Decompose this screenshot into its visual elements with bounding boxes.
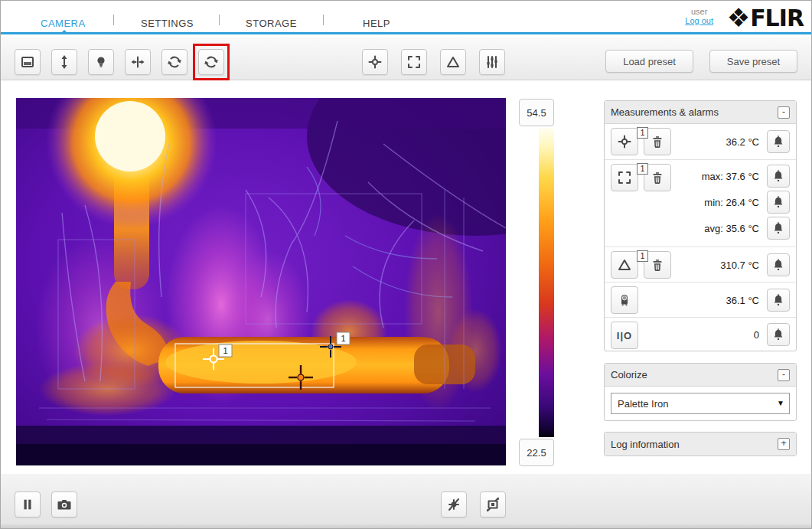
thermal-image: 1 1: [16, 98, 506, 465]
nav-separator: [113, 15, 114, 25]
delta-button[interactable]: [440, 49, 466, 75]
bell-icon: [771, 258, 785, 272]
pause-stream-button[interactable]: [15, 491, 41, 518]
log-panel-header: Log information +: [605, 433, 796, 456]
display-mode-icon: [20, 54, 35, 70]
move-vertical-button[interactable]: [51, 49, 77, 75]
area-box-button[interactable]: [401, 49, 427, 75]
scale-min-value[interactable]: 22.5: [519, 439, 554, 466]
measurements-panel-header: Measurements & alarms -: [605, 101, 796, 124]
box-marker-label: 1: [341, 334, 345, 343]
display-mode-button[interactable]: [15, 49, 41, 75]
lamp-icon: [93, 54, 109, 70]
nav-separator: [219, 15, 220, 25]
area-box-icon: [406, 54, 422, 70]
palette-scale-bar: [539, 128, 554, 437]
measurements-collapse-button[interactable]: -: [778, 106, 790, 119]
io-alarm-button[interactable]: [767, 323, 790, 346]
camera-temp-tool-button[interactable]: [611, 286, 638, 314]
flir-wordmark: FLIR: [750, 5, 804, 31]
move-vertical-icon: [57, 54, 72, 70]
area-box-icon: [617, 170, 632, 185]
chevron-down-icon: ▼: [777, 399, 784, 407]
rotate-cw-button[interactable]: [198, 49, 224, 75]
palette-select-value: Palette Iron: [618, 398, 669, 410]
io-tool-button[interactable]: I|O: [611, 322, 638, 349]
nav-tab-storage[interactable]: STORAGE: [246, 18, 297, 29]
spot-meter-icon: [617, 134, 632, 149]
colorize-panel-header: Colorize -: [605, 364, 796, 387]
box-avg-value: avg: 35.6 °C: [704, 223, 759, 234]
spot-meter-icon: [367, 54, 383, 70]
rotate-ccw-button[interactable]: [161, 49, 188, 75]
user-block: user Log out: [685, 7, 713, 25]
sliders-icon: [484, 54, 500, 70]
delta-alarm-button[interactable]: [767, 253, 790, 276]
split-horizontal-button[interactable]: [125, 49, 151, 75]
measurement-row-io: I|O 0: [605, 317, 796, 351]
lamp-button[interactable]: [88, 49, 114, 75]
measurement-row-spot: 1 36.2 °C: [605, 124, 796, 159]
rotate-cw-icon: [204, 54, 219, 70]
pause-icon: [21, 498, 34, 511]
box-min-value: min: 26.4 °C: [704, 197, 759, 208]
user-name: user: [685, 7, 713, 16]
split-horizontal-icon: [130, 54, 145, 70]
box-max-value: max: 37.6 °C: [702, 171, 759, 182]
snapshot-icon: [57, 497, 72, 512]
colorize-panel: Colorize - Palette Iron ▼: [604, 363, 797, 421]
bell-icon: [771, 293, 785, 307]
thermal-live-view[interactable]: 1 1: [16, 98, 506, 465]
box-max-alarm-button[interactable]: [767, 165, 790, 188]
spot-tool-button[interactable]: 1: [611, 128, 638, 155]
log-expand-button[interactable]: +: [778, 438, 790, 450]
colorize-collapse-button[interactable]: -: [778, 369, 790, 381]
box-tool-button[interactable]: 1: [611, 164, 638, 191]
delta-tool-button[interactable]: 1: [611, 251, 638, 279]
logout-link[interactable]: Log out: [685, 16, 713, 25]
nav-tab-settings[interactable]: SETTINGS: [141, 18, 194, 29]
hide-overlay-button[interactable]: [441, 491, 467, 518]
trash-icon: [651, 171, 664, 184]
bell-icon: [771, 328, 785, 341]
scale-max-value[interactable]: 54.5: [519, 99, 554, 126]
bell-icon: [771, 221, 785, 235]
nav-tab-help[interactable]: HELP: [363, 18, 390, 29]
toolbar: Load preset Save preset: [1, 37, 811, 80]
camera-temp-alarm-button[interactable]: [767, 289, 790, 312]
spot-temp-value: 36.2 °C: [726, 136, 759, 148]
delta-icon: [617, 257, 632, 273]
delta-temp-value: 310.7 °C: [720, 260, 759, 271]
bell-icon: [771, 135, 785, 149]
trash-icon: [651, 258, 664, 272]
sliders-button[interactable]: [479, 49, 505, 75]
hide-overlay-icon: [446, 497, 461, 512]
delta-badge: 1: [637, 250, 648, 262]
spot-meter-button[interactable]: [362, 49, 388, 75]
colorize-panel-title: Colorize: [611, 369, 647, 380]
box-avg-alarm-button[interactable]: [767, 217, 790, 240]
digital-io-icon: I|O: [617, 330, 632, 341]
measurements-panel-title: Measurements & alarms: [611, 106, 719, 118]
camera-temp-value: 36.1 °C: [726, 295, 759, 306]
save-preset-button[interactable]: Save preset: [709, 50, 797, 73]
top-nav: CAMERA SETTINGS STORAGE HELP user Log ou…: [1, 1, 811, 34]
spot-alarm-button[interactable]: [767, 130, 790, 153]
nav-separator: [323, 15, 324, 25]
box-badge: 1: [637, 163, 648, 175]
box-min-alarm-button[interactable]: [767, 191, 790, 214]
nav-tab-camera[interactable]: CAMERA: [41, 18, 86, 29]
measurement-row-delta: 1 310.7 °C: [605, 247, 796, 282]
palette-select[interactable]: Palette Iron ▼: [611, 393, 790, 414]
io-value: 0: [754, 329, 759, 341]
snapshot-button[interactable]: [51, 491, 77, 518]
rotate-ccw-icon: [167, 54, 182, 70]
resize-image-button[interactable]: [480, 491, 506, 518]
resize-image-icon: [485, 497, 501, 512]
bell-icon: [771, 195, 785, 209]
spot-badge: 1: [637, 127, 648, 139]
measurement-row-box: 1 max: 37.6 °C: [605, 159, 796, 247]
active-tab-indicator: [60, 30, 69, 34]
load-preset-button[interactable]: Load preset: [605, 50, 693, 73]
measurement-row-camera-temp: 36.1 °C: [605, 282, 796, 317]
